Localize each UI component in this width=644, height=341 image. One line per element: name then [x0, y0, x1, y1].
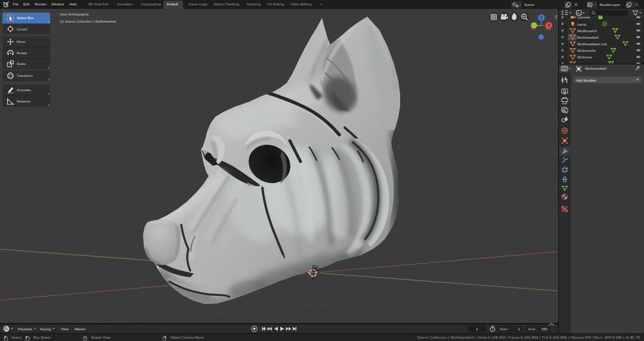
- svg-text:Start:: Start:: [500, 327, 509, 331]
- svg-text:Rotate: Rotate: [17, 51, 27, 54]
- svg-text:View: View: [61, 327, 69, 331]
- svg-text:Measure: Measure: [17, 99, 31, 103]
- svg-text:Wolfheadback Left: Wolfheadback Left: [577, 42, 607, 46]
- svg-text:Move: Move: [17, 40, 26, 44]
- svg-text:Scale: Scale: [17, 62, 26, 66]
- svg-text:Wolfmuzzle: Wolfmuzzle: [577, 49, 596, 52]
- svg-text:Keying: Keying: [40, 327, 51, 331]
- svg-text:250: 250: [541, 327, 548, 331]
- svg-text:Marker: Marker: [75, 327, 86, 331]
- svg-text:X: X: [547, 23, 550, 27]
- svg-text:Wolfnose: Wolfnose: [577, 55, 593, 59]
- svg-text:Transform: Transform: [17, 74, 33, 78]
- svg-text:Z: Z: [540, 16, 543, 20]
- svg-text:Select Box: Select Box: [17, 16, 34, 20]
- svg-text:Wolfcheekleft: Wolfcheekleft: [577, 36, 599, 39]
- svg-text:Wolfcheekleft: Wolfcheekleft: [585, 67, 606, 70]
- svg-text:Lamp: Lamp: [577, 23, 587, 26]
- svg-text:Cursor: Cursor: [17, 27, 27, 30]
- svg-text:Wolfbrowfull: Wolfbrowfull: [577, 29, 597, 33]
- svg-text:Camera: Camera: [577, 16, 590, 19]
- svg-text:Playback: Playback: [18, 327, 33, 331]
- svg-text:Add Modifier: Add Modifier: [576, 79, 596, 82]
- svg-text:Annotate: Annotate: [17, 88, 32, 92]
- svg-text:End:: End:: [528, 327, 536, 331]
